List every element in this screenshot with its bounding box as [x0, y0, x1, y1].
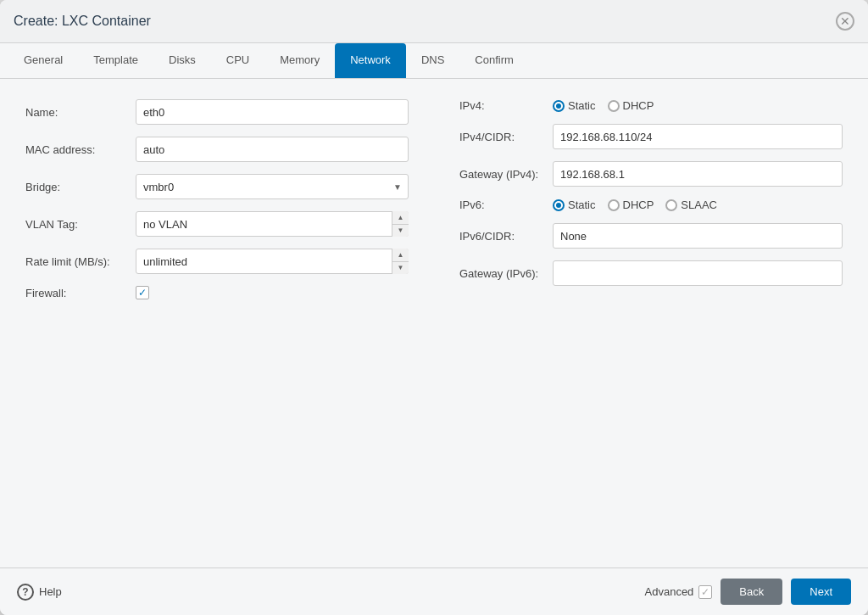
bridge-select-wrapper: vmbr0 ▼ [136, 174, 409, 199]
ipv6-label: IPv6: [459, 198, 553, 211]
vlan-spinner-wrapper: ▲ ▼ [136, 211, 409, 237]
right-column: IPv4: Static DHCP IPv4/CIDR: [459, 99, 843, 311]
advanced-wrapper: Advanced ✓ [645, 585, 713, 599]
ipv4-static-radio[interactable] [553, 100, 565, 112]
footer-right: Advanced ✓ Back Next [645, 579, 851, 605]
rate-spinner-buttons: ▲ ▼ [392, 249, 409, 274]
back-button[interactable]: Back [721, 579, 782, 605]
ipv6-dhcp-option[interactable]: DHCP [608, 198, 654, 211]
ipv6-dhcp-label: DHCP [623, 198, 654, 211]
vlan-down-button[interactable]: ▼ [392, 225, 409, 238]
vlan-up-button[interactable]: ▲ [392, 211, 409, 225]
gateway-ipv4-row: Gateway (IPv4): [459, 161, 843, 187]
help-label: Help [39, 585, 62, 598]
firewall-label: Firewall: [25, 287, 136, 299]
ipv6cidr-input[interactable] [553, 223, 843, 249]
ipv4cidr-label: IPv4/CIDR: [459, 131, 553, 143]
help-icon: ? [17, 584, 34, 601]
gateway-ipv6-row: Gateway (IPv6): [459, 260, 843, 286]
ipv6-slaac-radio[interactable] [665, 199, 677, 211]
dialog-title: Create: LXC Container [14, 14, 151, 29]
mac-row: MAC address: [25, 137, 409, 162]
vlan-spinner-buttons: ▲ ▼ [392, 211, 409, 237]
firewall-checkbox-wrapper: ✓ [136, 286, 149, 299]
name-input[interactable] [136, 99, 409, 125]
ipv4-static-option[interactable]: Static [553, 99, 596, 112]
footer: ? Help Advanced ✓ Back Next [0, 567, 868, 615]
name-label: Name: [25, 106, 136, 119]
bridge-row: Bridge: vmbr0 ▼ [25, 174, 409, 199]
rate-label: Rate limit (MB/s): [25, 255, 136, 268]
rate-up-button[interactable]: ▲ [392, 249, 409, 262]
form-grid: Name: MAC address: Bridge: vmbr0 ▼ [25, 99, 843, 311]
advanced-label: Advanced [645, 585, 694, 598]
advanced-checkbox[interactable]: ✓ [698, 585, 712, 599]
ipv6-options: Static DHCP SLAAC [553, 198, 717, 211]
ipv6-static-label: Static [568, 198, 596, 211]
dialog: Create: LXC Container ✕ General Template… [0, 0, 868, 615]
ipv4-dhcp-label: DHCP [623, 99, 654, 112]
rate-spinner-wrapper: ▲ ▼ [136, 249, 409, 274]
tab-cpu[interactable]: CPU [211, 43, 264, 78]
ipv6cidr-label: IPv6/CIDR: [459, 230, 553, 243]
vlan-input[interactable] [136, 211, 409, 237]
bridge-label: Bridge: [25, 181, 136, 193]
ipv4cidr-row: IPv4/CIDR: [459, 124, 843, 149]
ipv6-static-radio[interactable] [553, 199, 565, 211]
mac-input[interactable] [136, 137, 409, 162]
mac-label: MAC address: [25, 143, 136, 156]
rate-row: Rate limit (MB/s): ▲ ▼ [25, 249, 409, 274]
tab-general[interactable]: General [8, 43, 78, 78]
tab-bar: General Template Disks CPU Memory Networ… [0, 43, 868, 79]
ipv4-label: IPv4: [459, 99, 553, 112]
footer-left: ? Help [17, 584, 62, 601]
vlan-label: VLAN Tag: [25, 218, 136, 231]
ipv6-static-option[interactable]: Static [553, 198, 596, 211]
tab-memory[interactable]: Memory [264, 43, 335, 78]
tab-template[interactable]: Template [78, 43, 153, 78]
tab-network[interactable]: Network [335, 43, 406, 78]
ipv4-options: Static DHCP [553, 99, 654, 112]
ipv4cidr-input[interactable] [553, 124, 843, 149]
content-area: Name: MAC address: Bridge: vmbr0 ▼ [0, 79, 868, 567]
firewall-row: Firewall: ✓ [25, 286, 409, 299]
name-row: Name: [25, 99, 409, 125]
ipv6cidr-row: IPv6/CIDR: [459, 223, 843, 249]
ipv6-radio-row: IPv6: Static DHCP SLAAC [459, 198, 843, 211]
gateway-ipv6-input[interactable] [553, 260, 843, 286]
tab-confirm[interactable]: Confirm [459, 43, 529, 78]
vlan-row: VLAN Tag: ▲ ▼ [25, 211, 409, 237]
gateway-ipv4-input[interactable] [553, 161, 843, 187]
ipv4-dhcp-option[interactable]: DHCP [608, 99, 654, 112]
ipv4-radio-row: IPv4: Static DHCP [459, 99, 843, 112]
gateway-ipv6-label: Gateway (IPv6): [459, 267, 553, 280]
ipv4-static-label: Static [568, 99, 596, 112]
rate-down-button[interactable]: ▼ [392, 262, 409, 275]
ipv6-slaac-option[interactable]: SLAAC [665, 198, 717, 211]
tab-disks[interactable]: Disks [153, 43, 211, 78]
tab-dns[interactable]: DNS [406, 43, 459, 78]
ipv6-slaac-label: SLAAC [681, 198, 717, 211]
left-column: Name: MAC address: Bridge: vmbr0 ▼ [25, 99, 409, 311]
bridge-select[interactable]: vmbr0 [136, 174, 409, 199]
ipv6-dhcp-radio[interactable] [608, 199, 620, 211]
title-bar: Create: LXC Container ✕ [0, 0, 868, 43]
firewall-checkbox[interactable]: ✓ [136, 286, 149, 299]
gateway-ipv4-label: Gateway (IPv4): [459, 168, 553, 181]
close-button[interactable]: ✕ [836, 12, 854, 31]
ipv4-dhcp-radio[interactable] [608, 100, 620, 112]
next-button[interactable]: Next [791, 579, 851, 605]
help-button[interactable]: ? Help [17, 584, 62, 601]
rate-input[interactable] [136, 249, 409, 274]
